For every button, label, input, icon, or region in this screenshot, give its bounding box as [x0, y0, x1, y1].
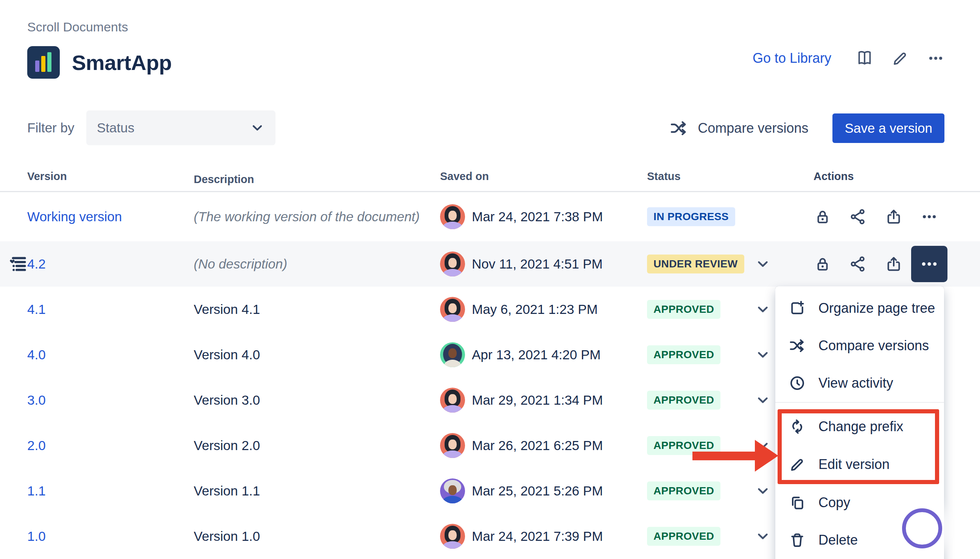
- more-options-icon[interactable]: [927, 49, 945, 67]
- export-icon[interactable]: [885, 208, 903, 226]
- saved-on-date: Mar 29, 2021 1:34 PM: [472, 393, 603, 408]
- version-link[interactable]: 1.1: [27, 483, 46, 498]
- col-actions: Actions: [813, 170, 972, 191]
- table-header: Version Description Saved on Status Acti…: [0, 170, 980, 192]
- status-badge[interactable]: APPROVED: [647, 527, 720, 546]
- version-description: Version 4.0: [194, 332, 425, 377]
- version-link[interactable]: 4.1: [27, 302, 46, 317]
- status-chevron-icon[interactable]: [755, 301, 771, 318]
- share-icon[interactable]: [849, 208, 867, 226]
- row-more-icon-active[interactable]: [911, 246, 947, 282]
- version-link[interactable]: 3.0: [27, 393, 46, 408]
- saved-on-date: Mar 24, 2021 7:38 PM: [472, 209, 603, 224]
- version-description: Version 2.0: [194, 423, 425, 468]
- table-row: Working version (The working version of …: [0, 192, 980, 241]
- saved-on-date: May 6, 2021 1:23 PM: [472, 302, 598, 317]
- toolbar-right: Compare versions Save a version: [670, 114, 944, 143]
- saved-on-date: Mar 25, 2021 5:26 PM: [472, 483, 603, 498]
- version-description: Version 4.1: [194, 287, 425, 332]
- save-a-version-button[interactable]: Save a version: [833, 114, 944, 143]
- status-filter-value: Status: [97, 120, 134, 136]
- shuffle-icon: [789, 337, 806, 354]
- status-badge[interactable]: APPROVED: [647, 481, 720, 500]
- lock-icon[interactable]: [813, 255, 832, 273]
- version-link[interactable]: 4.0: [27, 347, 46, 362]
- status-badge[interactable]: APPROVED: [647, 345, 720, 364]
- status-badge[interactable]: UNDER REVIEW: [647, 255, 744, 273]
- menu-separator: [775, 402, 944, 403]
- title-row: SmartApp: [27, 46, 172, 79]
- version-description: (No description): [194, 241, 425, 287]
- lock-icon[interactable]: [813, 208, 832, 226]
- status-chevron-icon[interactable]: [755, 528, 771, 544]
- menu-item-copy[interactable]: Copy: [789, 491, 850, 514]
- saved-on-date: Mar 24, 2021 7:39 PM: [472, 529, 603, 544]
- version-link[interactable]: 4.2: [27, 256, 46, 271]
- table-row-selected: 4.2 (No description) Nov 11, 2021 4:51 P…: [0, 241, 980, 287]
- avatar: [440, 204, 465, 229]
- version-description: Version 3.0: [194, 377, 425, 423]
- share-icon[interactable]: [849, 255, 867, 273]
- export-icon[interactable]: [885, 255, 903, 273]
- avatar: [440, 478, 465, 503]
- avatar: [440, 388, 465, 413]
- filter-by-label: Filter by: [27, 120, 74, 136]
- trash-icon: [789, 532, 806, 548]
- page-add-icon: [789, 300, 806, 317]
- status-chevron-icon[interactable]: [755, 392, 771, 408]
- version-link[interactable]: 2.0: [27, 438, 46, 453]
- saved-on-date: Nov 11, 2021 4:51 PM: [472, 256, 603, 271]
- row-more-icon[interactable]: [920, 208, 939, 226]
- status-chevron-icon[interactable]: [755, 256, 771, 272]
- version-description: Version 1.1: [194, 468, 425, 514]
- version-link[interactable]: 1.0: [27, 529, 46, 544]
- status-badge[interactable]: APPROVED: [647, 300, 720, 319]
- app-logo: [27, 46, 60, 79]
- col-status: Status: [647, 170, 791, 191]
- version-tree-icon[interactable]: [9, 255, 28, 273]
- annotation-arrow-head: [755, 440, 778, 471]
- status-badge: IN PROGRESS: [647, 207, 735, 226]
- menu-item-view-activity[interactable]: View activity: [789, 372, 893, 394]
- copy-icon: [789, 495, 806, 511]
- compare-versions-button[interactable]: Compare versions: [670, 119, 808, 137]
- col-description: Description: [194, 170, 425, 191]
- version-link[interactable]: Working version: [27, 209, 122, 224]
- annotation-arrow-bar: [692, 452, 756, 460]
- menu-item-delete[interactable]: Delete: [789, 529, 858, 551]
- chevron-down-icon: [250, 120, 265, 136]
- avatar: [440, 342, 465, 367]
- edit-pencil-icon[interactable]: [891, 49, 909, 67]
- col-version: Version: [27, 170, 179, 191]
- menu-item-organize-page-tree[interactable]: Organize page tree: [789, 297, 935, 319]
- annotation-highlight-circle: [902, 508, 942, 548]
- avatar: [440, 433, 465, 458]
- status-chevron-icon[interactable]: [755, 483, 771, 499]
- saved-on-date: Apr 13, 2021 4:20 PM: [472, 347, 601, 362]
- page-title: SmartApp: [72, 50, 172, 75]
- version-description: (The working version of the document): [194, 192, 425, 241]
- col-saved-on: Saved on: [440, 170, 637, 191]
- version-description: Version 1.0: [194, 514, 425, 559]
- library-book-icon[interactable]: [856, 49, 874, 67]
- avatar: [440, 251, 465, 276]
- go-to-library-link[interactable]: Go to Library: [753, 50, 831, 66]
- shuffle-icon: [670, 119, 688, 137]
- status-chevron-icon[interactable]: [755, 347, 771, 363]
- breadcrumb: Scroll Documents: [27, 20, 128, 35]
- status-filter-dropdown[interactable]: Status: [86, 111, 275, 145]
- clock-icon: [789, 375, 806, 392]
- annotation-highlight-box: [778, 409, 939, 484]
- scroll-documents-page: Scroll Documents SmartApp Go to Library …: [0, 0, 980, 559]
- menu-item-compare-versions[interactable]: Compare versions: [789, 334, 929, 357]
- header-actions: Go to Library: [753, 49, 945, 67]
- status-badge[interactable]: APPROVED: [647, 391, 720, 410]
- saved-on-date: Mar 26, 2021 6:25 PM: [472, 438, 603, 453]
- avatar: [440, 524, 465, 549]
- avatar: [440, 297, 465, 322]
